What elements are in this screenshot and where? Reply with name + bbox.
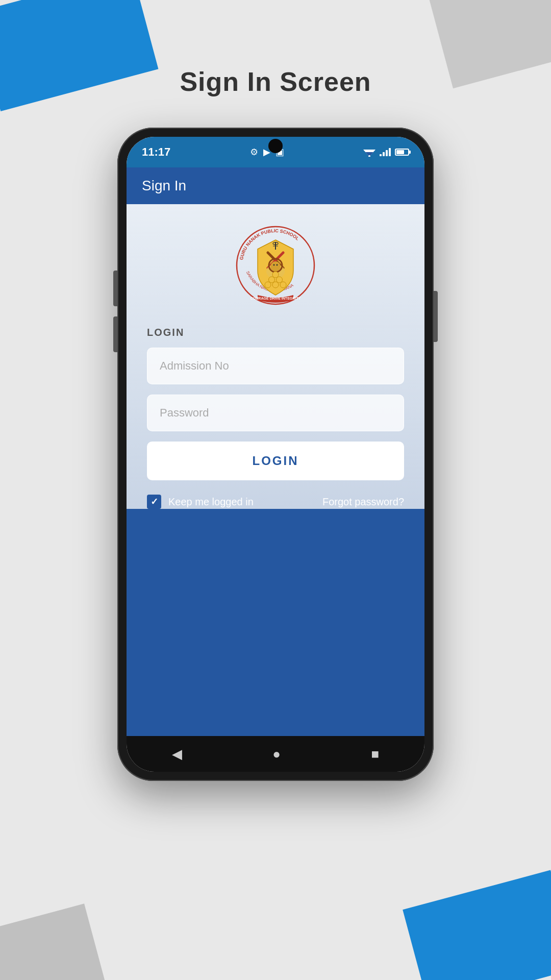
login-label: LOGIN <box>147 327 184 338</box>
svg-point-15 <box>273 264 275 266</box>
phone-frame: 11:17 ⚙ ▶ ▣ <box>117 128 434 781</box>
svg-point-13 <box>270 261 281 272</box>
login-button[interactable]: LOGIN <box>147 442 404 480</box>
admission-no-input[interactable] <box>147 348 404 384</box>
home-button[interactable]: ● <box>272 746 281 762</box>
status-right-icons <box>363 148 409 157</box>
recent-apps-button[interactable]: ■ <box>371 746 380 762</box>
phone-screen: 11:17 ⚙ ▶ ▣ <box>127 137 424 772</box>
svg-point-16 <box>277 264 278 266</box>
forgot-password-link[interactable]: Forgot password? <box>322 496 404 508</box>
app-bar: Sign In <box>127 167 424 204</box>
bg-decoration-top-right <box>429 0 551 88</box>
bg-decoration-top-left <box>0 0 158 111</box>
checkmark-icon: ✓ <box>151 496 158 507</box>
svg-point-19 <box>280 282 286 288</box>
page-title: Sign In Screen <box>180 66 371 97</box>
app-bar-title: Sign In <box>142 178 186 194</box>
svg-point-18 <box>272 282 279 288</box>
svg-point-22 <box>272 272 279 278</box>
signal-icon <box>380 148 391 156</box>
keep-logged-in-container[interactable]: ✓ Keep me logged in <box>147 495 254 509</box>
camera-hole <box>268 139 283 153</box>
side-button-volume-down <box>113 316 117 352</box>
wifi-icon <box>363 148 375 157</box>
battery-icon <box>395 149 409 156</box>
side-button-volume-up <box>113 271 117 306</box>
side-button-power <box>434 291 438 342</box>
settings-icon: ⚙ <box>250 146 258 158</box>
logo-area: GURU NANAK PUBLIC SCHOOL SARABHA NAGAR L… <box>235 225 316 306</box>
school-logo: GURU NANAK PUBLIC SCHOOL SARABHA NAGAR L… <box>235 225 316 306</box>
bg-decoration-bottom-right <box>403 870 551 980</box>
keep-logged-in-checkbox[interactable]: ✓ <box>147 495 161 509</box>
bg-decoration-bottom-left <box>0 903 105 980</box>
main-content: GURU NANAK PUBLIC SCHOOL SARABHA NAGAR L… <box>127 204 424 509</box>
blue-fill-area <box>127 509 424 736</box>
svg-point-21 <box>277 277 283 283</box>
keep-logged-in-label: Keep me logged in <box>168 496 254 508</box>
back-button[interactable]: ◀ <box>172 746 182 762</box>
status-time: 11:17 <box>142 145 170 159</box>
password-input[interactable] <box>147 395 404 431</box>
svg-point-20 <box>269 277 275 283</box>
svg-point-17 <box>265 282 271 288</box>
bottom-nav: ◀ ● ■ <box>127 736 424 772</box>
svg-text:COURAGE  DRIVE  INTEGRITY: COURAGE DRIVE INTEGRITY <box>251 297 301 300</box>
bottom-options-row: ✓ Keep me logged in Forgot password? <box>147 495 404 509</box>
